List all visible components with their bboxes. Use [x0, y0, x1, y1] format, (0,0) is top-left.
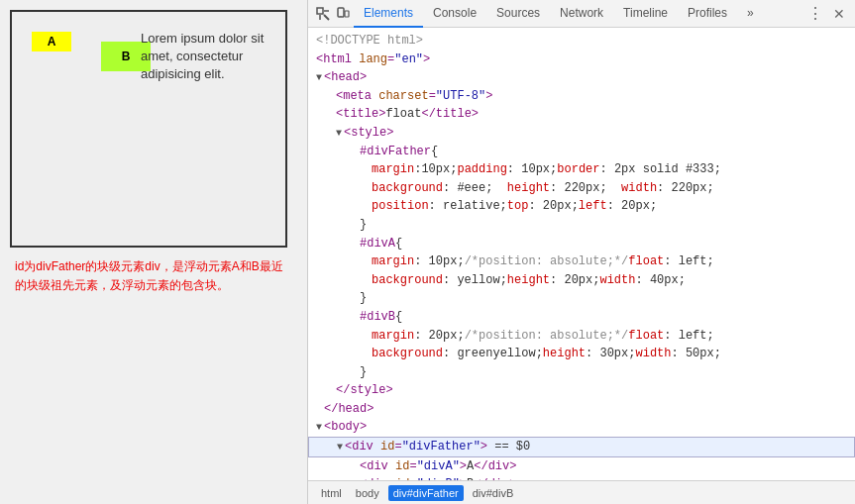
tab-profiles[interactable]: Profiles — [678, 0, 737, 28]
code-line: } — [308, 289, 855, 308]
breadcrumb-divb[interactable]: div#divB — [468, 485, 519, 501]
code-line: </head> — [308, 400, 855, 419]
breadcrumb-divfather[interactable]: div#divFather — [388, 485, 464, 501]
code-line: background: #eee; height: 220px; width: … — [308, 179, 855, 198]
code-line: position: relative; top: 20px; left: 20p… — [308, 197, 855, 216]
toolbar-close-button[interactable]: ✕ — [829, 6, 849, 22]
code-line: } — [308, 216, 855, 235]
div-b-label: B — [122, 50, 131, 63]
tab-more[interactable]: » — [737, 0, 764, 28]
device-icon[interactable] — [334, 5, 352, 23]
toolbar-menu[interactable]: ⋮ — [803, 4, 827, 23]
breadcrumb-body[interactable]: body — [351, 485, 384, 501]
demo-box: A B Lorem ipsum dolor sit amet, consecte… — [10, 10, 287, 248]
tab-elements[interactable]: Elements — [354, 0, 423, 28]
tab-timeline[interactable]: Timeline — [613, 0, 678, 28]
lorem-text: Lorem ipsum dolor sit amet, consectetur … — [141, 30, 269, 84]
svg-rect-4 — [338, 8, 344, 17]
code-area[interactable]: <!DOCTYPE html> <html lang="en"> ▼<head>… — [308, 28, 855, 480]
div-a: A — [32, 32, 71, 51]
tab-sources[interactable]: Sources — [486, 0, 550, 28]
code-line: margin: 10px; /*position: absolute;*/ fl… — [308, 252, 855, 271]
code-line: } — [308, 363, 855, 382]
lorem-content: Lorem ipsum dolor sit amet, consectetur … — [141, 31, 264, 81]
code-line[interactable]: ▼<head> — [308, 68, 855, 87]
breadcrumb-html[interactable]: html — [316, 485, 347, 501]
highlighted-line[interactable]: ▼ <div id="divFather"> == $0 — [308, 437, 855, 457]
description-text: id为divFather的块级元素div，是浮动元素A和B最近的块级祖先元素，及… — [10, 257, 297, 295]
devtools-tabs: Elements Console Sources Network Timelin… — [354, 0, 764, 28]
code-line: margin: 20px; /*position: absolute;*/ fl… — [308, 327, 855, 346]
inspect-icon[interactable] — [314, 5, 332, 23]
code-line: background: greenyellow; height: 30px; w… — [308, 345, 855, 363]
devtools-panel: Elements Console Sources Network Timelin… — [307, 0, 855, 504]
tab-network[interactable]: Network — [550, 0, 613, 28]
svg-rect-5 — [345, 11, 349, 17]
code-line: <!DOCTYPE html> — [308, 32, 855, 50]
code-line: <html lang="en"> — [308, 50, 855, 69]
code-line[interactable]: ▼<body> — [308, 418, 855, 437]
tab-console[interactable]: Console — [423, 0, 486, 28]
svg-rect-0 — [317, 8, 323, 14]
code-line: </style> — [308, 381, 855, 400]
svg-point-6 — [341, 16, 342, 17]
devtools-toolbar: Elements Console Sources Network Timelin… — [308, 0, 855, 28]
breadcrumb-bar: html body div#divFather div#divB — [308, 480, 855, 504]
left-panel: A B Lorem ipsum dolor sit amet, consecte… — [0, 0, 307, 504]
code-line: background: yellow; height: 20px; width:… — [308, 271, 855, 290]
code-line: #divA{ — [308, 235, 855, 253]
code-line: <div id="divA">A</div> — [308, 457, 855, 476]
code-line: <title>float</title> — [308, 105, 855, 124]
code-line: #divFather{ — [308, 143, 855, 161]
code-line: #divB{ — [308, 308, 855, 327]
svg-line-3 — [324, 15, 329, 20]
code-line: margin:10px; padding: 10px; border: 2px … — [308, 160, 855, 179]
div-a-label: A — [48, 35, 56, 49]
code-line[interactable]: ▼<style> — [308, 124, 855, 143]
code-line: <meta charset="UTF-8"> — [308, 87, 855, 106]
description-content: id为divFather的块级元素div，是浮动元素A和B最近的块级祖先元素，及… — [15, 259, 283, 292]
